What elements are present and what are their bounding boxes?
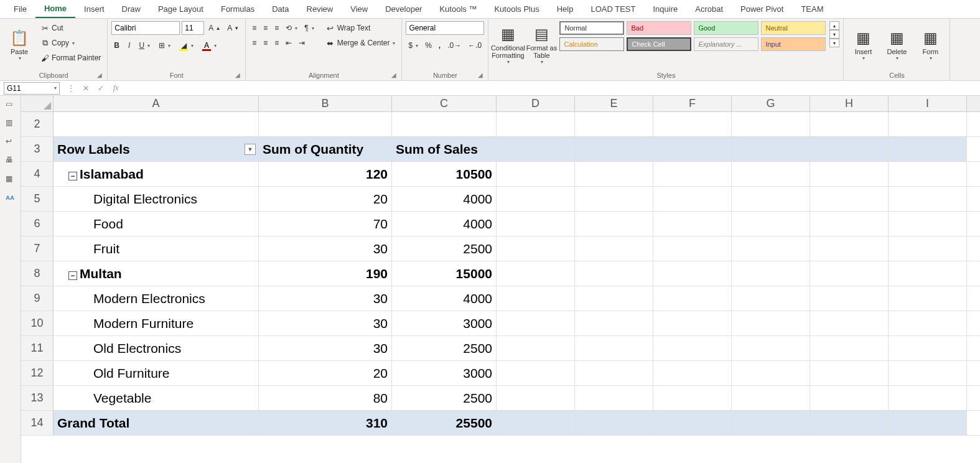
col-header-B[interactable]: B <box>259 96 392 111</box>
text-direction-button[interactable]: ¶ <box>302 21 316 35</box>
number-launcher[interactable]: ◢ <box>478 72 483 78</box>
increase-decimal-button[interactable]: .0→ <box>445 39 464 52</box>
tab-draw[interactable]: Draw <box>113 0 149 18</box>
align-center-button[interactable]: ≡ <box>261 36 270 50</box>
row-header[interactable]: 7 <box>21 236 54 261</box>
cell[interactable] <box>259 112 392 136</box>
col-header-H[interactable]: H <box>810 96 889 111</box>
style-scroll-more[interactable]: ▾ <box>829 39 839 47</box>
row-header[interactable]: 2 <box>21 112 54 136</box>
style-bad[interactable]: Bad <box>627 21 691 35</box>
cell[interactable]: Modern Electronics <box>54 286 259 311</box>
tab-kutools-[interactable]: Kutools ™ <box>431 0 485 18</box>
side-icon-2[interactable]: ▥ <box>6 118 16 128</box>
cell[interactable]: Fruit <box>54 236 259 261</box>
style-scroll-up[interactable]: ▴ <box>829 21 839 30</box>
font-name-select[interactable] <box>111 21 180 35</box>
tab-power-pivot[interactable]: Power Pivot <box>732 0 792 18</box>
style-good[interactable]: Good <box>694 21 758 35</box>
cell[interactable]: 20 <box>259 361 392 385</box>
cell[interactable]: 120 <box>259 162 392 186</box>
collapse-icon[interactable]: − <box>68 271 77 280</box>
row-header[interactable]: 13 <box>21 386 54 410</box>
cell[interactable]: 4000 <box>392 286 497 311</box>
style-scroll-down[interactable]: ▾ <box>829 30 839 39</box>
decrease-indent-button[interactable]: ⇤ <box>283 36 294 50</box>
cell[interactable]: 2500 <box>392 386 497 410</box>
cell[interactable]: Old Furniture <box>54 361 259 385</box>
cut-button[interactable]: ✂Cut <box>37 21 103 35</box>
format-as-table-button[interactable]: ▤ Format as Table <box>526 21 557 68</box>
name-box[interactable]: G11▾ <box>4 82 60 95</box>
cancel-formula-button[interactable]: ✕ <box>78 84 93 93</box>
comma-button[interactable]: , <box>436 39 443 52</box>
col-header-F[interactable]: F <box>653 96 732 111</box>
font-launcher[interactable]: ◢ <box>235 72 240 78</box>
style-check-cell[interactable]: Check Cell <box>627 37 691 51</box>
tab-insert[interactable]: Insert <box>75 0 113 18</box>
cell[interactable]: −Islamabad <box>54 162 259 186</box>
tab-help[interactable]: Help <box>548 0 582 18</box>
bold-button[interactable]: B <box>111 39 122 52</box>
style-input[interactable]: Input <box>761 37 826 51</box>
tab-data[interactable]: Data <box>263 0 297 18</box>
accounting-format-button[interactable]: $ <box>406 39 421 52</box>
italic-button[interactable]: I <box>126 39 133 52</box>
style-explanatory[interactable]: Explanatory ... <box>694 37 758 51</box>
filter-dropdown-button[interactable]: ▼ <box>245 144 256 155</box>
side-icon-5[interactable]: ▦ <box>6 174 16 184</box>
style-neutral[interactable]: Neutral <box>761 21 826 35</box>
cell[interactable]: Sum of Quantity <box>259 137 392 161</box>
cell[interactable]: Row Labels ▼ <box>54 137 259 161</box>
align-bottom-button[interactable]: ≡ <box>272 21 281 35</box>
increase-indent-button[interactable]: ⇥ <box>296 36 307 50</box>
side-icon-1[interactable]: ▭ <box>6 100 16 110</box>
align-middle-button[interactable]: ≡ <box>261 21 270 35</box>
cell[interactable]: Old Electronics <box>54 336 259 360</box>
formula-input[interactable] <box>123 82 980 95</box>
tab-load-test[interactable]: LOAD TEST <box>582 0 644 18</box>
cell[interactable]: Food <box>54 212 259 236</box>
cell[interactable]: 3000 <box>392 361 497 385</box>
cell[interactable]: Sum of Sales <box>392 137 497 161</box>
font-size-select[interactable] <box>182 21 204 35</box>
col-header-E[interactable]: E <box>575 96 653 111</box>
cell[interactable]: 310 <box>259 411 392 435</box>
col-header-I[interactable]: I <box>889 96 967 111</box>
cell[interactable]: Digital Electronics <box>54 187 259 211</box>
decrease-font-button[interactable]: A▼ <box>225 21 241 35</box>
side-icon-6[interactable]: ᴀᴀ <box>6 193 16 203</box>
row-header[interactable]: 4 <box>21 162 54 186</box>
cell[interactable]: 80 <box>259 386 392 410</box>
select-all-corner[interactable] <box>21 96 54 111</box>
tab-kutools-plus[interactable]: Kutools Plus <box>485 0 548 18</box>
percent-button[interactable]: % <box>422 39 434 52</box>
cell[interactable]: 30 <box>259 236 392 261</box>
cell[interactable]: 3000 <box>392 311 497 335</box>
row-header[interactable]: 11 <box>21 336 54 360</box>
cell[interactable]: 30 <box>259 311 392 335</box>
align-left-button[interactable]: ≡ <box>250 36 259 50</box>
copy-button[interactable]: ⧉Copy <box>37 36 103 50</box>
orientation-button[interactable]: ⟲ <box>283 21 300 35</box>
increase-font-button[interactable]: A▲ <box>206 21 223 35</box>
worksheet[interactable]: A B C D E F G H I 2 3 Row Labels ▼ Sum o… <box>21 96 980 463</box>
cell[interactable]: Modern Furniture <box>54 311 259 335</box>
col-header-G[interactable]: G <box>732 96 810 111</box>
insert-function-button[interactable]: fx <box>108 83 123 93</box>
tab-review[interactable]: Review <box>298 0 342 18</box>
row-header[interactable]: 6 <box>21 212 54 236</box>
row-header[interactable]: 3 <box>21 137 54 161</box>
tab-file[interactable]: File <box>5 0 35 18</box>
row-header[interactable]: 5 <box>21 187 54 211</box>
conditional-formatting-button[interactable]: ▦ Conditional Formatting <box>492 21 523 68</box>
decrease-decimal-button[interactable]: ←.0 <box>465 39 484 52</box>
wrap-text-button[interactable]: ↩Wrap Text <box>323 21 398 35</box>
tab-home[interactable]: Home <box>35 0 75 18</box>
clipboard-launcher[interactable]: ◢ <box>97 72 102 78</box>
format-painter-button[interactable]: 🖌Format Painter <box>37 51 103 65</box>
style-calculation[interactable]: Calculation <box>559 37 624 51</box>
row-header[interactable]: 8 <box>21 261 54 286</box>
cell[interactable]: 2500 <box>392 236 497 261</box>
collapse-icon[interactable]: − <box>68 172 77 180</box>
